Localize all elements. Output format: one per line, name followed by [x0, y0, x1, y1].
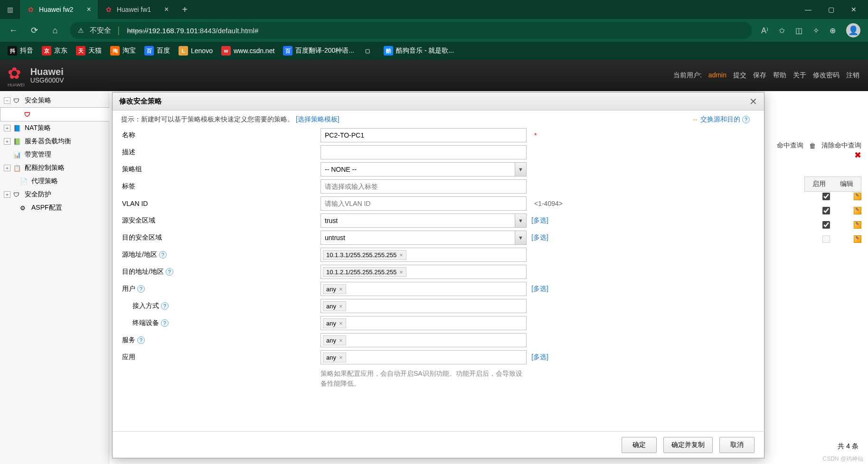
browser-tab-1[interactable]: ✿ Huawei fw2 ×: [20, 0, 98, 19]
sidebar-item[interactable]: −🛡安全策略: [0, 94, 109, 107]
template-link[interactable]: [选择策略模板]: [296, 115, 340, 123]
clear-query-label[interactable]: 清除命中查询: [821, 141, 861, 150]
profile-avatar[interactable]: 👤: [846, 23, 860, 37]
link-logout[interactable]: 注销: [846, 71, 859, 80]
edit-icon[interactable]: [854, 207, 861, 214]
link-help[interactable]: 帮助: [773, 71, 786, 80]
split-icon[interactable]: ◫: [795, 26, 802, 35]
sidebar-item[interactable]: 📊带宽管理: [0, 148, 109, 161]
help-icon[interactable]: ?: [137, 336, 145, 344]
device-input[interactable]: any×: [321, 316, 527, 330]
enable-checkbox[interactable]: [822, 207, 830, 214]
remove-chip-icon[interactable]: ×: [399, 269, 403, 276]
dst-addr-input[interactable]: 10.1.2.1/255.255.255.255×: [321, 265, 527, 279]
link-submit[interactable]: 提交: [733, 71, 746, 80]
bookmark-item[interactable]: ▢: [363, 46, 375, 56]
cancel-button[interactable]: 取消: [719, 437, 755, 453]
multi-link[interactable]: [多选]: [531, 216, 548, 225]
chevron-down-icon[interactable]: ▼: [515, 231, 526, 244]
current-user[interactable]: admin: [708, 71, 726, 80]
user-input[interactable]: any×: [321, 282, 527, 296]
swap-src-dst-link[interactable]: ↔ 交换源和目的 ?: [692, 115, 750, 124]
chevron-down-icon[interactable]: ▼: [515, 214, 526, 227]
help-icon[interactable]: ?: [166, 268, 173, 276]
close-tab-icon[interactable]: ×: [164, 5, 169, 14]
bookmark-item[interactable]: 抖抖音: [8, 46, 33, 56]
help-icon[interactable]: ?: [161, 302, 169, 310]
service-input[interactable]: any×: [321, 333, 527, 347]
tree-toggle-icon[interactable]: +: [4, 191, 10, 198]
sidebar-item[interactable]: +📗服务器负载均衡: [0, 135, 109, 148]
ok-button[interactable]: 确定: [622, 437, 657, 453]
sidebar-item[interactable]: +📋配额控制策略: [0, 161, 109, 175]
link-password[interactable]: 修改密码: [813, 71, 840, 80]
tree-toggle-icon[interactable]: +: [4, 138, 10, 145]
extensions-icon[interactable]: ⊕: [830, 26, 836, 35]
sidebar-item[interactable]: ⚙ASPF配置: [0, 201, 109, 214]
src-addr-input[interactable]: 10.1.3.1/255.255.255.255×: [321, 248, 527, 262]
read-aloud-icon[interactable]: A⁾: [761, 26, 768, 35]
bookmark-item[interactable]: 天天猫: [76, 46, 102, 56]
remove-chip-icon[interactable]: ×: [339, 286, 343, 293]
edit-icon[interactable]: [854, 221, 861, 229]
bookmark-item[interactable]: wwww.csdn.net: [221, 46, 274, 56]
tabs-overview-icon[interactable]: ▥: [0, 6, 20, 13]
bookmark-item[interactable]: 百百度翻译-200种语...: [283, 46, 354, 56]
bookmark-item[interactable]: LLenovo: [179, 46, 213, 56]
sidebar-item[interactable]: +🛡安全防护: [0, 188, 109, 201]
ok-copy-button[interactable]: 确定并复制: [663, 437, 713, 453]
tree-toggle-icon[interactable]: +: [4, 165, 10, 171]
bookmark-item[interactable]: 酷酷狗音乐 - 就是歌...: [384, 46, 454, 56]
tree-toggle-icon[interactable]: −: [4, 97, 10, 104]
close-tab-icon[interactable]: ×: [86, 5, 91, 14]
enable-checkbox[interactable]: [822, 193, 830, 200]
sidebar-item[interactable]: 📄代理策略: [0, 175, 109, 188]
home-icon[interactable]: ⌂: [49, 26, 61, 36]
tag-input[interactable]: [321, 179, 527, 194]
remove-chip-icon[interactable]: ×: [339, 354, 343, 361]
sidebar-item[interactable]: +📘NAT策略: [0, 121, 109, 135]
dialog-close-icon[interactable]: ✕: [749, 96, 757, 107]
bookmark-item[interactable]: 京京东: [42, 46, 67, 56]
browser-tab-2[interactable]: ✿ Huawei fw1 ×: [98, 0, 176, 19]
policy-group-select[interactable]: -- NONE --▼: [321, 162, 527, 176]
remove-chip-icon[interactable]: ×: [399, 251, 403, 259]
back-icon[interactable]: ←: [8, 26, 19, 36]
collections-icon[interactable]: ✧: [813, 26, 819, 35]
chevron-down-icon[interactable]: ▼: [515, 163, 526, 176]
remove-chip-icon[interactable]: ×: [339, 337, 343, 344]
vlan-input[interactable]: [321, 196, 527, 211]
policy-name-input[interactable]: [321, 128, 527, 142]
refresh-icon[interactable]: ⟳: [28, 25, 40, 36]
src-zone-select[interactable]: trust▼: [321, 213, 527, 228]
help-icon[interactable]: ?: [137, 285, 145, 293]
help-icon[interactable]: ?: [159, 251, 167, 259]
link-about[interactable]: 关于: [793, 71, 806, 80]
delete-icon[interactable]: ✖: [854, 150, 861, 160]
address-input[interactable]: ⚠ 不安全 │ https://192.168.79.101:8443/defa…: [70, 22, 752, 39]
help-icon[interactable]: ?: [161, 319, 169, 327]
dst-zone-select[interactable]: untrust▼: [321, 231, 527, 245]
app-input[interactable]: any×: [321, 350, 527, 364]
hit-query-label[interactable]: 命中查询: [777, 141, 803, 150]
bookmark-item[interactable]: 百百度: [144, 46, 170, 56]
favorite-icon[interactable]: ✩: [779, 26, 785, 35]
link-save[interactable]: 保存: [753, 71, 766, 80]
remove-chip-icon[interactable]: ×: [339, 303, 343, 310]
remove-chip-icon[interactable]: ×: [339, 320, 343, 327]
edit-icon[interactable]: [854, 235, 861, 243]
enable-checkbox[interactable]: [822, 221, 830, 229]
minimize-icon[interactable]: —: [803, 6, 813, 13]
tree-toggle-icon[interactable]: +: [4, 125, 10, 131]
multi-link[interactable]: [多选]: [531, 233, 548, 242]
policy-desc-input[interactable]: [321, 145, 527, 159]
access-input[interactable]: any×: [321, 299, 527, 313]
help-icon[interactable]: ?: [742, 116, 750, 123]
new-tab-button[interactable]: +: [175, 4, 194, 15]
close-window-icon[interactable]: ✕: [849, 6, 859, 13]
bookmark-item[interactable]: 淘淘宝: [110, 46, 136, 56]
edit-icon[interactable]: [854, 193, 861, 200]
multi-link[interactable]: [多选]: [531, 285, 548, 293]
multi-link[interactable]: [多选]: [531, 353, 548, 362]
maximize-icon[interactable]: ▢: [826, 6, 836, 13]
